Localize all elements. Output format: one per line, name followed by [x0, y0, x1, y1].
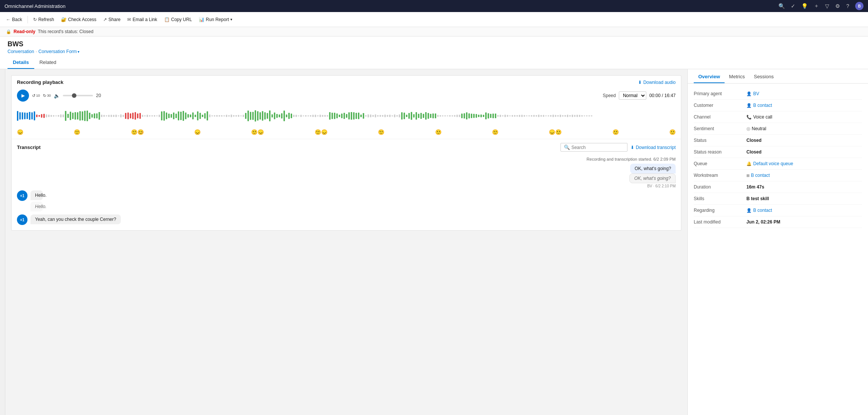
- svg-rect-93: [240, 116, 242, 117]
- tab-details[interactable]: Details: [8, 56, 34, 69]
- info-row-status-reason: Status reason Closed: [694, 146, 862, 158]
- avatar[interactable]: B: [855, 2, 863, 10]
- svg-rect-147: [370, 114, 372, 117]
- run-report-button[interactable]: 📊 Run Report ▾: [196, 15, 235, 24]
- svg-rect-84: [219, 115, 220, 117]
- sentiment-icon-8: 🙂: [435, 129, 442, 135]
- svg-rect-1: [19, 112, 21, 120]
- person-icon: 👤: [746, 91, 752, 96]
- value-duration: 16m 47s: [746, 184, 764, 190]
- msg-meta-1: BV · 6/2 2:10 PM: [647, 184, 676, 188]
- svg-rect-135: [341, 114, 343, 119]
- svg-rect-123: [312, 115, 314, 117]
- svg-rect-46: [127, 112, 129, 119]
- check-circle-icon[interactable]: ✓: [791, 3, 795, 9]
- filter-icon[interactable]: ▽: [825, 3, 829, 9]
- svg-rect-107: [274, 112, 276, 119]
- play-button[interactable]: ▶: [17, 90, 29, 102]
- svg-rect-60: [161, 111, 163, 120]
- left-stripe: [0, 69, 5, 415]
- readonly-bar: 🔒 Read-only This record's status: Closed: [0, 27, 868, 36]
- svg-rect-92: [238, 115, 239, 117]
- volume-icon[interactable]: 🔈: [54, 93, 60, 99]
- svg-rect-114: [291, 114, 292, 118]
- svg-rect-184: [459, 115, 460, 117]
- svg-rect-29: [87, 111, 88, 122]
- svg-rect-137: [346, 114, 347, 118]
- svg-rect-214: [531, 115, 532, 117]
- info-row-last-modified: Last modified Jun 2, 02:26 PM: [694, 216, 862, 228]
- plus-icon[interactable]: ＋: [814, 3, 819, 9]
- svg-rect-98: [252, 112, 254, 120]
- status-badge: Closed: [746, 138, 761, 143]
- svg-rect-236: [584, 116, 585, 117]
- svg-rect-119: [303, 116, 304, 116]
- value-customer: 👤 B contact: [746, 103, 772, 108]
- svg-rect-68: [180, 112, 182, 120]
- svg-rect-134: [339, 115, 340, 117]
- svg-rect-164: [411, 112, 412, 120]
- speed-select[interactable]: 0.5x 0.75x Normal 1.25x 1.5x 2x: [619, 91, 646, 100]
- sentiment-icon-5: 🙂😞: [251, 129, 264, 135]
- svg-rect-175: [437, 115, 439, 117]
- lightbulb-icon[interactable]: 💡: [801, 3, 808, 9]
- waveform-svg[interactable]: [17, 105, 676, 127]
- message-right-1: OK, what's going? OK, what's going? BV ·…: [17, 164, 676, 188]
- help-icon[interactable]: ?: [846, 3, 849, 9]
- avatar-circle-2: +1: [17, 214, 27, 225]
- svg-rect-228: [565, 115, 566, 117]
- panel-tab-overview[interactable]: Overview: [694, 69, 725, 83]
- svg-rect-18: [60, 114, 62, 117]
- link-workstream[interactable]: B contact: [751, 173, 770, 178]
- skip-back-button[interactable]: ↺ 10: [32, 93, 40, 98]
- link-queue[interactable]: Default voice queue: [753, 161, 793, 166]
- svg-rect-74: [195, 115, 196, 117]
- tab-related[interactable]: Related: [34, 56, 62, 69]
- svg-rect-8: [36, 114, 38, 117]
- svg-rect-59: [158, 115, 160, 117]
- channel-text: Voice call: [753, 114, 772, 120]
- download-audio-button[interactable]: ⬇ Download audio: [638, 80, 676, 85]
- email-link-button[interactable]: ✉ Email a Link: [124, 15, 160, 24]
- svg-rect-144: [363, 113, 364, 119]
- svg-rect-204: [507, 115, 509, 117]
- value-skills: B test skill: [746, 196, 769, 201]
- refresh-button[interactable]: ↻ Refresh: [30, 15, 57, 24]
- svg-rect-20: [65, 111, 67, 121]
- svg-rect-2: [22, 112, 23, 119]
- seek-bar[interactable]: [63, 95, 93, 96]
- label-channel: Channel: [694, 114, 746, 120]
- svg-rect-90: [233, 115, 235, 117]
- search-icon[interactable]: 🔍: [778, 3, 785, 9]
- svg-rect-145: [365, 115, 367, 117]
- svg-rect-111: [283, 111, 285, 121]
- label-sentiment: Sentiment: [694, 126, 746, 131]
- svg-rect-130: [329, 112, 330, 120]
- svg-rect-131: [332, 112, 333, 119]
- check-access-icon: 🔐: [61, 17, 67, 22]
- svg-rect-229: [567, 115, 568, 117]
- transcript-search-input[interactable]: [571, 145, 624, 150]
- neutral-icon: ◎: [746, 126, 750, 131]
- svg-rect-189: [471, 114, 472, 118]
- svg-rect-116: [295, 115, 297, 117]
- link-primary-agent[interactable]: BV: [753, 91, 759, 96]
- breadcrumb-form[interactable]: Conversation Form ▾: [38, 49, 79, 54]
- link-regarding[interactable]: B contact: [753, 208, 772, 213]
- content-area: Recording playback ⬇ Download audio ▶ ↺ …: [5, 69, 687, 415]
- label-regarding: Regarding: [694, 208, 746, 213]
- skip-forward-button[interactable]: ↻ 30: [43, 93, 51, 98]
- back-button[interactable]: ← Back: [3, 15, 25, 24]
- link-customer[interactable]: B contact: [753, 103, 772, 108]
- svg-rect-51: [139, 113, 141, 119]
- breadcrumb-conversation[interactable]: Conversation: [8, 49, 34, 54]
- copy-url-button[interactable]: 📋 Copy URL: [161, 15, 195, 24]
- panel-tab-metrics[interactable]: Metrics: [725, 69, 749, 83]
- settings-icon[interactable]: ⚙: [835, 3, 840, 9]
- download-transcript-button[interactable]: ⬇ Download transcript: [630, 145, 676, 150]
- share-button[interactable]: ↗ Share: [100, 15, 123, 24]
- sentiment-icon-7: 🙂: [378, 129, 384, 135]
- svg-rect-156: [391, 116, 393, 117]
- check-access-button[interactable]: 🔐 Check Access: [58, 15, 99, 24]
- panel-tab-sessions[interactable]: Sessions: [749, 69, 778, 83]
